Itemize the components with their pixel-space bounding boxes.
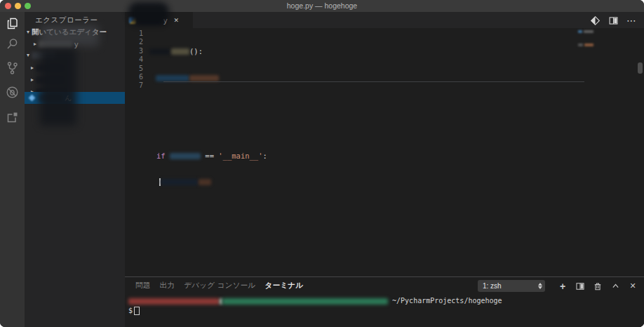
redacted-terminal-blob-green bbox=[222, 298, 388, 305]
chevron-right-icon: ▸ bbox=[32, 41, 39, 47]
python-file-icon bbox=[29, 95, 36, 102]
window-title: hoge.py — hogehoge bbox=[0, 1, 644, 10]
close-panel-icon[interactable]: ✕ bbox=[627, 281, 638, 292]
redacted-code-blob bbox=[199, 179, 211, 185]
tab-problems[interactable]: 問題 bbox=[135, 281, 151, 291]
terminal-shell-select[interactable]: 1: zsh bbox=[478, 280, 545, 292]
code-line-3 bbox=[149, 99, 267, 107]
select-stepper-icon bbox=[538, 283, 542, 289]
redaction-blob bbox=[128, 2, 169, 25]
extensions-icon bbox=[5, 110, 20, 125]
kill-terminal-trash-icon[interactable] bbox=[592, 281, 603, 292]
equality-operator: == bbox=[205, 152, 214, 160]
redaction-dash bbox=[584, 44, 593, 46]
prompt-glyph: $ bbox=[128, 307, 133, 314]
source-control-icon bbox=[5, 60, 20, 75]
code-line-2 bbox=[149, 73, 267, 81]
line-number: 6 bbox=[125, 73, 143, 81]
current-line-border bbox=[163, 81, 584, 82]
code-line-7 bbox=[149, 203, 267, 212]
panel-actions: 1: zsh + bbox=[478, 280, 638, 292]
editor-scrollbar-thumb[interactable] bbox=[638, 62, 643, 74]
files-icon bbox=[5, 16, 20, 31]
activity-bar bbox=[0, 12, 25, 327]
terminal-cursor bbox=[134, 307, 140, 315]
redaction-dash bbox=[578, 30, 582, 33]
redacted-code-blob bbox=[189, 75, 219, 81]
chevron-down-icon: ▾ bbox=[25, 52, 32, 58]
debug-icon bbox=[5, 85, 20, 100]
chevron-down-icon: ▾ bbox=[25, 29, 32, 35]
vscode-window: hoge.py — hogehoge bbox=[0, 0, 644, 327]
terminal-prompt-line: $ bbox=[128, 306, 502, 316]
redaction-blob bbox=[40, 48, 76, 126]
code-line-6 bbox=[149, 178, 267, 187]
code-line-5: if == '__main__': bbox=[149, 152, 267, 160]
editor-tab-bar: y ✕ bbox=[125, 12, 644, 28]
line-number: 7 bbox=[125, 81, 143, 90]
sidebar-item-extensions[interactable] bbox=[5, 110, 20, 125]
code-visible-text: (): bbox=[189, 47, 203, 55]
redacted-code-blob bbox=[161, 179, 199, 185]
sidebar-item-debug[interactable] bbox=[5, 85, 20, 100]
line-number: 1 bbox=[125, 29, 143, 38]
if-keyword: if bbox=[156, 152, 166, 160]
redacted-annotation bbox=[578, 25, 595, 51]
redaction-dash bbox=[584, 30, 593, 33]
sidebar-title: エクスプローラー bbox=[35, 15, 98, 25]
explorer-sidebar: エクスプローラー ▾ 開いているエディター ▸ y ▾ ▸ ▸ ▸ bbox=[25, 12, 125, 327]
code-content: (): if == '__main__': bbox=[149, 29, 267, 229]
shell-select-value: 1: zsh bbox=[483, 282, 502, 290]
colon: : bbox=[263, 152, 267, 160]
chevron-right-icon: ▸ bbox=[29, 76, 36, 83]
editor-area: y ✕ ⋯ 1 2 3 bbox=[125, 12, 644, 327]
redacted-terminal-blob-red bbox=[128, 298, 220, 305]
sidebar-item-search[interactable] bbox=[5, 36, 20, 51]
tab-debug-console[interactable]: デバッグ コンソール bbox=[184, 281, 255, 291]
titlebar: hoge.py — hogehoge bbox=[0, 0, 644, 12]
line-number: 5 bbox=[125, 65, 143, 73]
sidebar-item-source-control[interactable] bbox=[5, 60, 20, 75]
redacted-code-blob bbox=[171, 48, 189, 55]
editor-pane[interactable]: 1 2 3 4 5 6 7 (): if == '__main__': bbox=[125, 28, 644, 276]
tab-output[interactable]: 出力 bbox=[160, 281, 175, 291]
maximize-panel-icon[interactable] bbox=[610, 281, 621, 292]
redacted-code-blob bbox=[156, 75, 189, 81]
line-number: 2 bbox=[125, 38, 143, 46]
code-line-4 bbox=[149, 125, 267, 133]
redacted-code-blob bbox=[149, 48, 170, 55]
bottom-panel: 問題 出力 デバッグ コンソール ターミナル 1: zsh + bbox=[125, 276, 644, 327]
redaction-blob bbox=[40, 25, 99, 46]
terminal-cwd-text: ~/PycharmProjects/hogehoge bbox=[392, 297, 502, 305]
line-number: 4 bbox=[125, 55, 143, 64]
panel-tab-bar: 問題 出力 デバッグ コンソール ターミナル bbox=[135, 277, 304, 294]
more-actions-icon[interactable]: ⋯ bbox=[626, 15, 637, 26]
line-number-gutter: 1 2 3 4 5 6 7 bbox=[125, 29, 143, 91]
chevron-right-icon: ▸ bbox=[29, 65, 36, 71]
split-editor-icon[interactable] bbox=[608, 15, 619, 26]
code-line-1: (): bbox=[149, 47, 267, 55]
terminal-line-prompt-path: ~/PycharmProjects/hogehoge bbox=[128, 296, 502, 306]
split-terminal-icon[interactable] bbox=[575, 281, 586, 292]
editor-actions: ⋯ bbox=[589, 15, 637, 26]
search-icon bbox=[5, 36, 20, 51]
new-terminal-icon[interactable]: + bbox=[557, 281, 568, 292]
line-number: 3 bbox=[125, 47, 143, 55]
terminal-content[interactable]: ~/PycharmProjects/hogehoge $ bbox=[128, 296, 502, 316]
main-string: '__main__' bbox=[218, 152, 262, 160]
sidebar-item-explorer[interactable] bbox=[5, 16, 20, 31]
redacted-code-blob bbox=[170, 153, 201, 159]
tab-terminal[interactable]: ターミナル bbox=[265, 281, 304, 291]
redaction-dash bbox=[578, 44, 583, 46]
close-icon[interactable]: ✕ bbox=[174, 17, 180, 24]
